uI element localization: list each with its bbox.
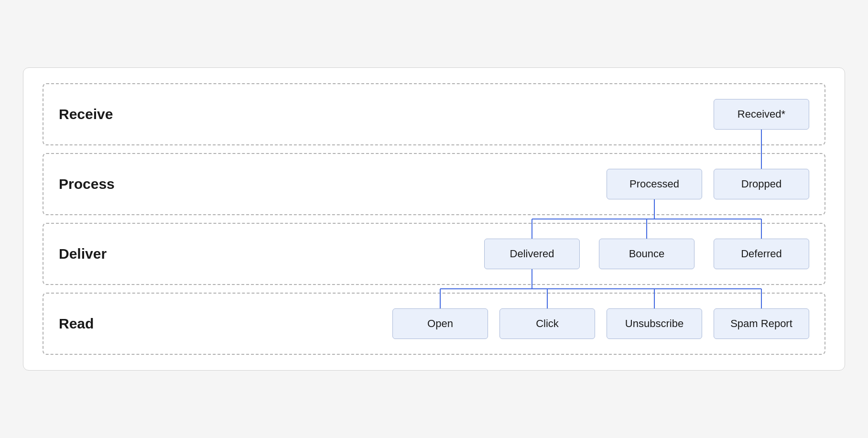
- receive-row: Receive Received*: [43, 83, 825, 145]
- node-spam-report[interactable]: Spam Report: [714, 308, 809, 339]
- receive-label: Receive: [59, 106, 135, 122]
- diagram-container: Receive Received* Process Processed Drop…: [23, 67, 845, 371]
- process-row: Process Processed Dropped: [43, 153, 825, 215]
- node-received[interactable]: Received*: [714, 99, 809, 130]
- receive-content: Received*: [135, 99, 809, 130]
- read-row: Read Open Click Unsubscribe Spam Report: [43, 293, 825, 355]
- node-delivered[interactable]: Delivered: [484, 239, 580, 269]
- diagram-wrapper: Receive Received* Process Processed Drop…: [23, 67, 845, 371]
- read-label: Read: [59, 316, 135, 332]
- process-label: Process: [59, 176, 135, 192]
- node-processed[interactable]: Processed: [607, 169, 702, 199]
- node-dropped[interactable]: Dropped: [714, 169, 809, 199]
- node-unsubscribe[interactable]: Unsubscribe: [607, 308, 702, 339]
- node-click[interactable]: Click: [499, 308, 595, 339]
- process-content: Processed Dropped: [135, 169, 809, 199]
- deliver-label: Deliver: [59, 246, 135, 262]
- node-open[interactable]: Open: [392, 308, 488, 339]
- deliver-content: Delivered Bounce Deferred: [135, 239, 809, 269]
- read-content: Open Click Unsubscribe Spam Report: [135, 308, 809, 339]
- node-bounce[interactable]: Bounce: [599, 239, 694, 269]
- deliver-row: Deliver Delivered Bounce Deferred: [43, 223, 825, 285]
- node-deferred[interactable]: Deferred: [714, 239, 809, 269]
